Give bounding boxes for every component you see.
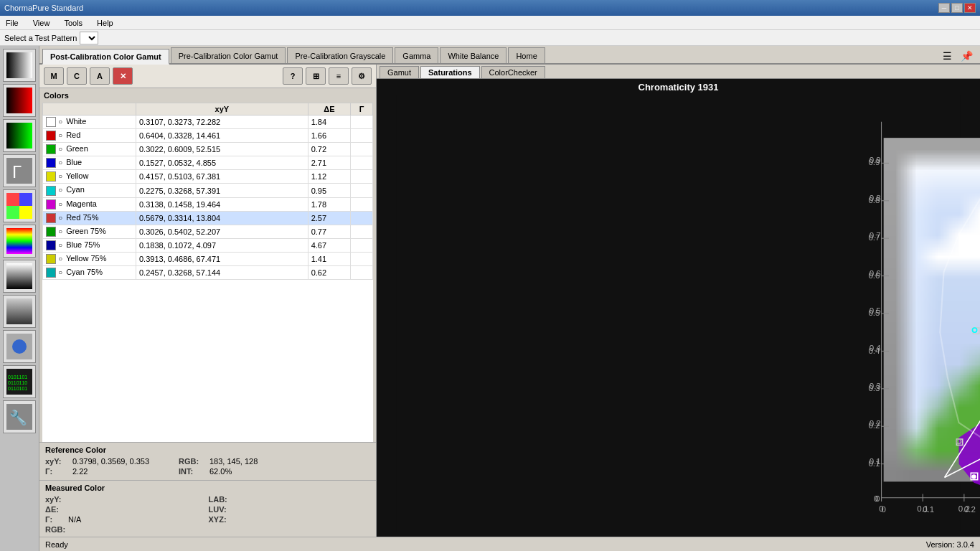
radio-dot: ○ [58, 214, 62, 222]
blue-meas-point [971, 474, 976, 479]
xyY-cell: 0.1527, 0.0532, 4.855 [136, 156, 308, 170]
meas-gamma: Γ: N/A [45, 515, 207, 524]
filter-icon[interactable]: ☰ [938, 49, 956, 63]
color-name: Red 75% [66, 213, 98, 222]
m-button[interactable]: M [44, 67, 64, 85]
gamma-cell [351, 266, 373, 280]
tab-pre-cal[interactable]: Pre-Calibration Color Gamut [171, 47, 286, 63]
left-panel: M C A ✕ ? ⊞ ≡ ⚙ Colors [39, 65, 377, 537]
meas-dE: ΔE: [45, 505, 207, 514]
rtab-colorchecker[interactable]: ColorChecker [481, 66, 545, 78]
meas-RGB-label: RGB: [45, 525, 65, 534]
sidebar-icon-red[interactable] [3, 84, 36, 117]
menubar: File View Tools Help [0, 16, 980, 30]
svg-text:0.9: 0.9 [868, 158, 880, 166]
svg-text:0.6: 0.6 [868, 271, 880, 280]
menu-file[interactable]: File [3, 17, 22, 29]
dE-cell: 1.41 [308, 252, 351, 265]
minimize-button[interactable]: ─ [938, 3, 950, 13]
table-row[interactable]: ○ Yellow 0.4157, 0.5103, 67.381 1.12 [43, 170, 373, 184]
table-row[interactable]: ○ Red 75% 0.5679, 0.3314, 13.804 2.57 [43, 211, 373, 225]
chroma-title: Chromaticity 1931 [377, 79, 980, 95]
menu-view[interactable]: View [30, 17, 53, 29]
table-row[interactable]: ○ Blue 75% 0.1838, 0.1072, 4.097 4.67 [43, 238, 373, 252]
sidebar: Γ 010110101101100110101 🔧 [0, 46, 39, 551]
settings-button[interactable]: ⚙ [352, 67, 372, 85]
x-button[interactable]: ✕ [113, 67, 133, 85]
tab-gamma[interactable]: Gamma [395, 47, 438, 63]
gamma-cell [351, 211, 373, 225]
svg-text:0101101: 0101101 [8, 375, 27, 380]
sidebar-icon-arm[interactable]: 🔧 [3, 400, 36, 433]
tab-white-balance[interactable]: White Balance [440, 47, 507, 63]
c-button[interactable]: C [67, 67, 87, 85]
svg-text:0110101: 0110101 [8, 386, 27, 391]
table-row[interactable]: ○ Blue 0.1527, 0.0532, 4.855 2.71 [43, 156, 373, 170]
menu-tools[interactable]: Tools [61, 17, 85, 29]
table-row[interactable]: ○ Green 0.3022, 0.6009, 52.515 0.72 [43, 143, 373, 156]
colors-table-container[interactable]: xyY ΔE Γ ○ White 0.3107, 0.3273, 72.282 … [42, 103, 373, 442]
pattern-button[interactable]: ⊞ [306, 67, 326, 85]
dE-cell: 1.84 [308, 116, 351, 129]
sidebar-icon-green[interactable] [3, 119, 36, 152]
svg-text:0.1: 0.1 [868, 459, 880, 468]
color-swatch [46, 131, 56, 141]
tab-post-cal[interactable]: Post-Calibration Color Gamut [42, 49, 169, 65]
color-name-cell: ○ White [43, 116, 136, 129]
table-row[interactable]: ○ Green 75% 0.3026, 0.5402, 52.207 0.77 [43, 225, 373, 238]
table-row[interactable]: ○ White 0.3107, 0.3273, 72.282 1.84 [43, 116, 373, 129]
xyY-cell: 0.5679, 0.3314, 13.804 [136, 211, 308, 225]
sidebar-icon-bw[interactable] [3, 49, 36, 82]
color-name-cell: ○ Green 75% [43, 225, 136, 238]
toolbar: M C A ✕ ? ⊞ ≡ ⚙ [39, 65, 376, 88]
rtab-gamut[interactable]: Gamut [380, 66, 419, 78]
table-row[interactable]: ○ Magenta 0.3138, 0.1458, 19.464 1.78 [43, 197, 373, 211]
xyY-cell: 0.3026, 0.5402, 52.207 [136, 225, 308, 238]
meas-xyY: xyY: [45, 495, 207, 504]
list-button[interactable]: ≡ [329, 67, 349, 85]
menu-help[interactable]: Help [94, 17, 116, 29]
sidebar-icon-color[interactable] [3, 189, 36, 222]
table-row[interactable]: ○ Cyan 75% 0.2457, 0.3268, 57.144 0.62 [43, 266, 373, 280]
color-swatch [46, 268, 56, 278]
titlebar: ChormaPure Standard ─ □ ✕ [0, 0, 980, 16]
tab-pre-gray[interactable]: Pre-Calibration Grayscale [287, 47, 393, 63]
testpattern-select[interactable] [80, 32, 98, 44]
meas-dE-label: ΔE: [45, 505, 65, 514]
xyY-cell: 0.3107, 0.3273, 72.282 [136, 116, 308, 129]
sidebar-icon-gamma[interactable]: Γ [3, 154, 36, 187]
a-button[interactable]: A [90, 67, 110, 85]
sidebar-icon-data[interactable]: 010110101101100110101 [3, 365, 36, 398]
table-row[interactable]: ○ Cyan 0.2275, 0.3268, 57.391 0.95 [43, 184, 373, 197]
svg-text:0110110: 0110110 [8, 380, 27, 385]
color-name: Green 75% [66, 227, 106, 235]
color-swatch [46, 240, 56, 250]
titlebar-controls: ─ □ ✕ [938, 3, 976, 13]
table-row[interactable]: ○ Yellow 75% 0.3913, 0.4686, 67.471 1.41 [43, 252, 373, 265]
xyY-cell: 0.1838, 0.1072, 4.097 [136, 238, 308, 252]
sidebar-icon-bw3[interactable] [3, 295, 36, 328]
rtab-saturations[interactable]: Saturations [420, 66, 480, 78]
help-button[interactable]: ? [283, 67, 303, 85]
tab-home[interactable]: Home [508, 47, 545, 63]
svg-rect-9 [6, 228, 32, 254]
svg-rect-7 [6, 206, 19, 219]
maximize-button[interactable]: □ [951, 3, 963, 13]
radio-dot: ○ [58, 118, 62, 126]
sidebar-icon-gradient[interactable] [3, 225, 36, 258]
color-name-cell: ○ Magenta [43, 197, 136, 211]
col-dE: ΔE [308, 103, 351, 116]
svg-rect-8 [19, 206, 32, 219]
col-name [43, 103, 136, 116]
colors-header: Colors [39, 88, 376, 103]
sidebar-icon-small-color[interactable] [3, 330, 36, 363]
svg-rect-11 [6, 298, 32, 324]
sidebar-icon-bw2[interactable] [3, 260, 36, 293]
pin-icon[interactable]: 📌 [956, 49, 977, 63]
svg-text:0.5: 0.5 [868, 309, 880, 317]
chroma-container: Chromaticity 1931 0 0.1 0.2 0 [377, 79, 980, 537]
table-row[interactable]: ○ Red 0.6404, 0.3328, 14.461 1.66 [43, 129, 373, 143]
close-button[interactable]: ✕ [964, 3, 976, 13]
content: Post-Calibration Color Gamut Pre-Calibra… [39, 46, 980, 551]
svg-text:0.2: 0.2 [958, 504, 970, 513]
